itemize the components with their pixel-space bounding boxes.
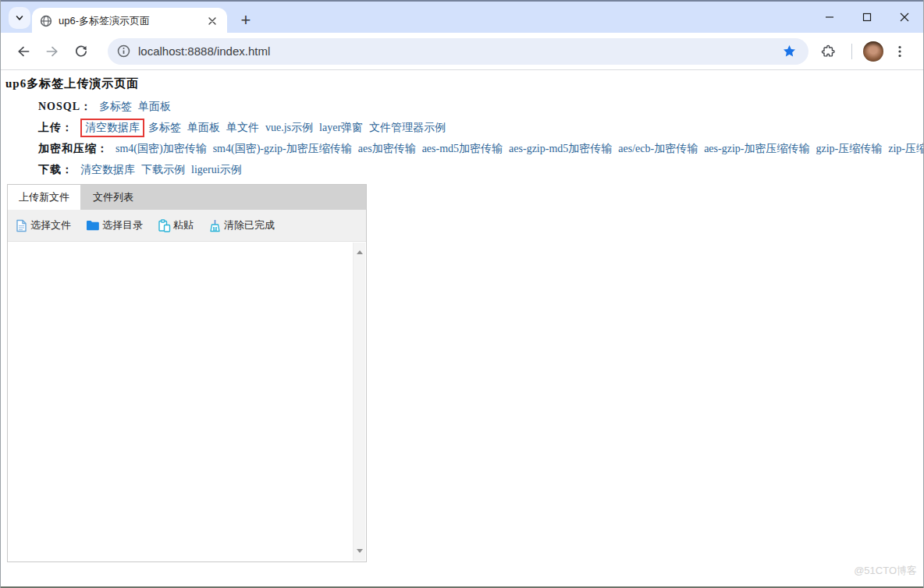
link-nosql-multitab[interactable]: 多标签 <box>99 100 132 114</box>
window-close-button[interactable] <box>886 2 923 33</box>
back-button[interactable] <box>12 40 35 63</box>
star-icon[interactable] <box>779 41 799 62</box>
chevron-down-icon <box>15 13 24 23</box>
row-label: 下载： <box>38 163 73 177</box>
info-icon[interactable] <box>117 44 130 58</box>
link-enc-sm4[interactable]: sm4(国密)加密传输 <box>116 142 207 156</box>
row-label: 上传： <box>38 121 73 135</box>
link-enc-gzip[interactable]: gzip-压缩传输 <box>816 142 882 156</box>
paste-button[interactable]: 粘贴 <box>158 218 194 232</box>
row-upload: 上传： 清空数据库 多标签 单面板 单文件 vue.js示例 layer弹窗 文… <box>38 117 923 138</box>
tab-upload-new-file[interactable]: 上传新文件 <box>8 185 80 210</box>
folder-icon <box>86 219 100 232</box>
link-upload-vuejs[interactable]: vue.js示例 <box>265 121 313 135</box>
extensions-button[interactable] <box>816 40 840 63</box>
clean-icon <box>208 219 222 232</box>
link-enc-zip[interactable]: zip-压缩传输 <box>888 142 923 156</box>
scroll-up-arrow-icon[interactable] <box>357 250 363 254</box>
scroll-down-arrow-icon[interactable] <box>357 549 363 553</box>
link-upload-layer[interactable]: layer弹窗 <box>319 121 363 135</box>
toolbar-right-cluster <box>816 40 917 63</box>
select-file-label: 选择文件 <box>30 218 71 232</box>
link-enc-sm4-gzip[interactable]: sm4(国密)-gzip-加密压缩传输 <box>213 142 352 156</box>
forward-button[interactable] <box>41 40 64 63</box>
globe-icon <box>40 15 52 27</box>
link-nosql-singlepanel[interactable]: 单面板 <box>138 100 171 114</box>
link-dl-demo[interactable]: 下载示例 <box>141 163 185 177</box>
clear-completed-button[interactable]: 清除已完成 <box>208 218 275 232</box>
page-title: up6多标签上传演示页面 <box>1 70 923 93</box>
clear-completed-label: 清除已完成 <box>224 218 275 232</box>
link-upload-singlepanel[interactable]: 单面板 <box>187 121 220 135</box>
upload-panel-tabs: 上传新文件 文件列表 <box>8 185 366 210</box>
row-nosql: NOSQL： 多标签 单面板 <box>38 96 923 117</box>
select-file-button[interactable]: 选择文件 <box>15 218 71 232</box>
kebab-icon <box>893 44 907 58</box>
row-label: NOSQL： <box>38 100 92 114</box>
puzzle-icon <box>820 44 836 59</box>
demo-link-rows: NOSQL： 多标签 单面板 上传： 清空数据库 多标签 单面板 单文件 vue… <box>1 93 923 180</box>
file-icon <box>15 219 28 232</box>
upload-panel: 上传新文件 文件列表 选择文件 <box>7 184 367 562</box>
link-dl-cleardb[interactable]: 清空数据库 <box>80 163 135 177</box>
watermark: @51CTO博客 <box>854 564 917 578</box>
page-content: up6多标签上传演示页面 NOSQL： 多标签 单面板 上传： 清空数据库 多标… <box>1 70 923 586</box>
select-folder-button[interactable]: 选择目录 <box>86 218 143 232</box>
link-upload-cleardb[interactable]: 清空数据库 <box>80 119 144 137</box>
browser-toolbar: localhost:8888/index.html <box>1 33 923 70</box>
maximize-button[interactable] <box>848 2 886 33</box>
select-folder-label: 选择目录 <box>102 218 143 232</box>
link-enc-aes-gzip-md5[interactable]: aes-gzip-md5加密传输 <box>509 142 612 156</box>
paste-icon <box>158 219 171 232</box>
link-enc-aes-md5[interactable]: aes-md5加密传输 <box>422 142 503 156</box>
url-text[interactable]: localhost:8888/index.html <box>138 44 779 58</box>
row-label: 加密和压缩： <box>38 142 108 156</box>
link-dl-ligerui[interactable]: ligerui示例 <box>191 163 242 177</box>
upload-panel-toolbar: 选择文件 选择目录 <box>8 210 366 241</box>
link-upload-filemanager[interactable]: 文件管理器示例 <box>369 121 446 135</box>
tab-close-button[interactable] <box>205 14 219 28</box>
row-download: 下载： 清空数据库 下载示例 ligerui示例 <box>38 159 923 180</box>
link-enc-aes-gzip[interactable]: aes-gzip-加密压缩传输 <box>704 142 809 156</box>
window-controls <box>811 2 923 33</box>
minimize-button[interactable] <box>811 2 848 33</box>
row-encryption: 加密和压缩： sm4(国密)加密传输 sm4(国密)-gzip-加密压缩传输 a… <box>38 138 923 159</box>
link-enc-aes-ecb[interactable]: aes/ecb-加密传输 <box>618 142 698 156</box>
browser-tab[interactable]: up6-多标签演示页面 <box>32 8 227 34</box>
tab-title: up6-多标签演示页面 <box>59 14 205 28</box>
profile-avatar[interactable] <box>863 41 883 62</box>
tab-file-list[interactable]: 文件列表 <box>80 185 146 210</box>
vertical-scrollbar[interactable] <box>353 243 365 561</box>
browser-tab-strip: up6-多标签演示页面 + <box>1 0 923 33</box>
upload-list-area <box>8 241 366 561</box>
link-upload-multitab[interactable]: 多标签 <box>148 121 181 135</box>
link-upload-singlefile[interactable]: 单文件 <box>226 121 259 135</box>
menu-button[interactable] <box>888 40 912 63</box>
new-tab-button[interactable]: + <box>235 9 257 31</box>
link-enc-aes[interactable]: aes加密传输 <box>358 142 416 156</box>
tab-search-button[interactable] <box>9 7 30 29</box>
paste-label: 粘贴 <box>173 218 194 232</box>
reload-button[interactable] <box>69 40 93 63</box>
browser-window: up6-多标签演示页面 + <box>0 0 924 588</box>
toolbar-divider <box>851 44 852 59</box>
address-bar[interactable]: localhost:8888/index.html <box>108 38 808 65</box>
